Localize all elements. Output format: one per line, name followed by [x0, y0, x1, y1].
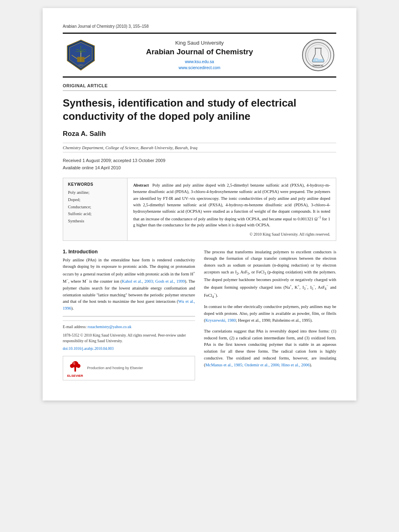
svg-point-9 [308, 45, 329, 66]
elsevier-badge: ELSEVIER Production and hosting by Elsev… [63, 356, 195, 380]
dates: Received 1 August 2009; accepted 13 Octo… [63, 157, 336, 171]
journal-header: 1957 King Saud University Arabian Journa… [63, 33, 336, 78]
article-type: ORIGINAL ARTICLE [63, 83, 336, 91]
university-name: King Saud University [103, 40, 296, 46]
abstract-box: Abstract Poly aniline and poly aniline d… [128, 178, 336, 240]
svg-point-11 [318, 59, 319, 60]
ksu-logo-left: 1957 [63, 37, 99, 73]
svg-text:1957: 1957 [78, 64, 83, 66]
email-label: E-mail address: [63, 325, 88, 329]
svg-point-8 [306, 43, 331, 68]
svg-text:CHEMICAL: CHEMICAL [313, 64, 324, 67]
footnote-box: E-mail address: rozachemistry@yahoo.co.u… [63, 320, 195, 352]
elsevier-text: Production and hosting by Elsevier [87, 366, 143, 370]
website-links: www.ksu.edu.sa www.sciencedirect.com [103, 59, 296, 71]
footnote-issn: 1878-5352 © 2010 King Saud University. A… [63, 333, 195, 344]
website1: www.ksu.edu.sa [185, 60, 214, 64]
header-center: King Saud University Arabian Journal of … [99, 40, 300, 71]
intro-section-title: 1. Introduction [63, 249, 195, 255]
right-para-2: In contrast to the other electrically co… [204, 304, 336, 324]
keywords-title: KEYWORDS [68, 182, 122, 187]
website2: www.sciencedirect.com [179, 66, 220, 70]
doi-link[interactable]: doi:10.1016/j.arabjc.2010.04.003 [63, 347, 113, 351]
ref-kahol[interactable]: Kahol et al., 2003; Gosh et al., 1999 [122, 279, 185, 283]
right-para-3: The correlations suggest that PAn is rev… [204, 328, 336, 369]
abstract-copyright: © 2010 King Saud University. All rights … [133, 232, 330, 236]
ref-mcmanus[interactable]: McManus et al., 1985; Ozdemir et al., 20… [206, 363, 310, 367]
elsevier-logo: ELSEVIER [67, 359, 83, 378]
keyword-conductance: Conductance; [68, 204, 122, 210]
email-link[interactable]: rozachemistry@yahoo.co.uk [88, 325, 132, 329]
keyword-doped: Doped; [68, 197, 122, 203]
keywords-box: KEYWORDS Poly aniline; Doped; Conductanc… [63, 178, 128, 240]
article-title: Synthesis, identification and study of e… [63, 97, 336, 123]
svg-point-17 [76, 364, 80, 368]
received-date: Received 1 August 2009; accepted 13 Octo… [63, 158, 165, 163]
elsevier-label: ELSEVIER [67, 374, 83, 378]
page: Arabian Journal of Chemistry (2010) 3, 1… [43, 8, 356, 401]
available-date: Available online 14 April 2010 [63, 165, 121, 170]
intro-para-1: Poly aniline (PAn) in the emeraldine bas… [63, 257, 195, 312]
svg-point-10 [316, 59, 317, 60]
chemical-badge: CHEMICAL [302, 39, 334, 71]
col-left: 1. Introduction Poly aniline (PAn) in th… [63, 249, 195, 380]
affiliation: Chemistry Department, College of Science… [63, 143, 336, 152]
footnote-doi: doi:10.1016/j.arabjc.2010.04.003 [63, 346, 195, 352]
body-columns: 1. Introduction Poly aniline (PAn) in th… [63, 249, 336, 380]
abstract-section: KEYWORDS Poly aniline; Doped; Conductanc… [63, 178, 336, 240]
keyword-sulfonic-acid: Sulfonic acid; [68, 211, 122, 217]
keyword-poly-aniline: Poly aniline; [68, 190, 122, 196]
col-right: The process that transforms insulating p… [204, 249, 336, 380]
citation-line: Arabian Journal of Chemistry (2010) 3, 1… [63, 24, 336, 29]
ref-wu[interactable]: Wu et al., 1996 [63, 299, 195, 310]
col-left-divider [63, 316, 195, 316]
ref-kryszewski[interactable]: Kryszewski, 1980 [206, 318, 236, 322]
svg-point-16 [70, 364, 74, 368]
author-name: Roza A. Salih [63, 130, 336, 138]
journal-name: Arabian Journal of Chemistry [103, 47, 296, 56]
abstract-label: Abstract [133, 183, 149, 187]
chemical-logo-right: CHEMICAL [300, 37, 336, 73]
right-para-1: The process that transforms insulating p… [204, 249, 336, 300]
keyword-synthesis: Synthesis [68, 218, 122, 224]
abstract-text: Abstract Poly aniline and poly aniline d… [133, 182, 330, 228]
